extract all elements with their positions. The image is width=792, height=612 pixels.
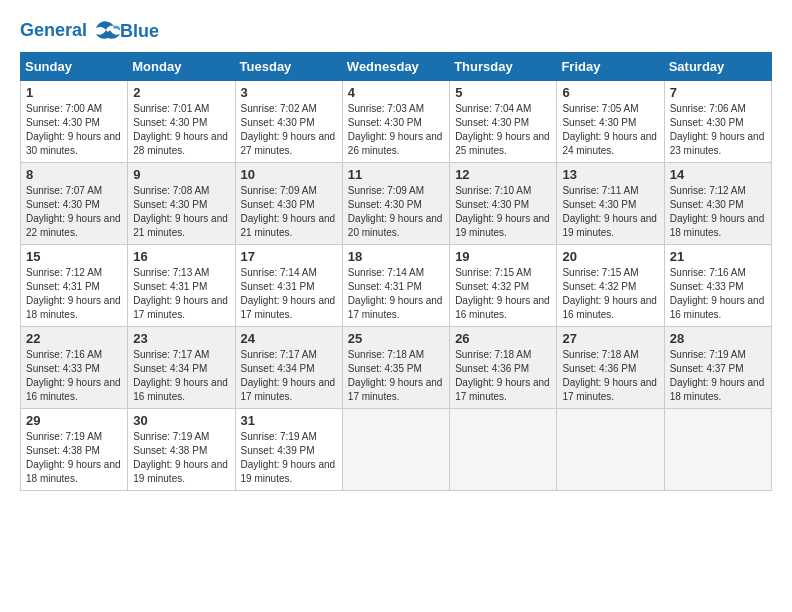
day-of-week-header: Tuesday (235, 53, 342, 81)
calendar-day-cell: 30Sunrise: 7:19 AMSunset: 4:38 PMDayligh… (128, 409, 235, 491)
day-info: Sunrise: 7:02 AMSunset: 4:30 PMDaylight:… (241, 102, 337, 158)
day-info: Sunrise: 7:14 AMSunset: 4:31 PMDaylight:… (241, 266, 337, 322)
day-number: 18 (348, 249, 444, 264)
day-number: 14 (670, 167, 766, 182)
day-info: Sunrise: 7:03 AMSunset: 4:30 PMDaylight:… (348, 102, 444, 158)
day-info: Sunrise: 7:12 AMSunset: 4:31 PMDaylight:… (26, 266, 122, 322)
day-info: Sunrise: 7:09 AMSunset: 4:30 PMDaylight:… (241, 184, 337, 240)
day-of-week-header: Saturday (664, 53, 771, 81)
calendar-day-cell: 26Sunrise: 7:18 AMSunset: 4:36 PMDayligh… (450, 327, 557, 409)
logo: General Blue (20, 20, 159, 42)
day-info: Sunrise: 7:16 AMSunset: 4:33 PMDaylight:… (26, 348, 122, 404)
day-number: 10 (241, 167, 337, 182)
day-of-week-header: Thursday (450, 53, 557, 81)
day-of-week-header: Monday (128, 53, 235, 81)
calendar-day-cell: 19Sunrise: 7:15 AMSunset: 4:32 PMDayligh… (450, 245, 557, 327)
calendar-day-cell: 1Sunrise: 7:00 AMSunset: 4:30 PMDaylight… (21, 81, 128, 163)
day-of-week-header: Wednesday (342, 53, 449, 81)
calendar-day-cell: 11Sunrise: 7:09 AMSunset: 4:30 PMDayligh… (342, 163, 449, 245)
calendar-header-row: SundayMondayTuesdayWednesdayThursdayFrid… (21, 53, 772, 81)
calendar-day-cell: 24Sunrise: 7:17 AMSunset: 4:34 PMDayligh… (235, 327, 342, 409)
day-info: Sunrise: 7:19 AMSunset: 4:39 PMDaylight:… (241, 430, 337, 486)
calendar-table: SundayMondayTuesdayWednesdayThursdayFrid… (20, 52, 772, 491)
day-info: Sunrise: 7:11 AMSunset: 4:30 PMDaylight:… (562, 184, 658, 240)
day-info: Sunrise: 7:19 AMSunset: 4:38 PMDaylight:… (133, 430, 229, 486)
calendar-day-cell: 3Sunrise: 7:02 AMSunset: 4:30 PMDaylight… (235, 81, 342, 163)
day-number: 20 (562, 249, 658, 264)
day-info: Sunrise: 7:17 AMSunset: 4:34 PMDaylight:… (133, 348, 229, 404)
day-number: 3 (241, 85, 337, 100)
calendar-day-cell: 27Sunrise: 7:18 AMSunset: 4:36 PMDayligh… (557, 327, 664, 409)
calendar-week-row: 15Sunrise: 7:12 AMSunset: 4:31 PMDayligh… (21, 245, 772, 327)
calendar-day-cell: 18Sunrise: 7:14 AMSunset: 4:31 PMDayligh… (342, 245, 449, 327)
day-number: 15 (26, 249, 122, 264)
day-info: Sunrise: 7:07 AMSunset: 4:30 PMDaylight:… (26, 184, 122, 240)
calendar-day-cell: 28Sunrise: 7:19 AMSunset: 4:37 PMDayligh… (664, 327, 771, 409)
day-info: Sunrise: 7:16 AMSunset: 4:33 PMDaylight:… (670, 266, 766, 322)
day-number: 13 (562, 167, 658, 182)
day-info: Sunrise: 7:15 AMSunset: 4:32 PMDaylight:… (562, 266, 658, 322)
calendar-week-row: 22Sunrise: 7:16 AMSunset: 4:33 PMDayligh… (21, 327, 772, 409)
day-number: 28 (670, 331, 766, 346)
day-number: 16 (133, 249, 229, 264)
day-number: 19 (455, 249, 551, 264)
day-info: Sunrise: 7:14 AMSunset: 4:31 PMDaylight:… (348, 266, 444, 322)
day-info: Sunrise: 7:04 AMSunset: 4:30 PMDaylight:… (455, 102, 551, 158)
day-info: Sunrise: 7:10 AMSunset: 4:30 PMDaylight:… (455, 184, 551, 240)
calendar-day-cell: 17Sunrise: 7:14 AMSunset: 4:31 PMDayligh… (235, 245, 342, 327)
day-info: Sunrise: 7:13 AMSunset: 4:31 PMDaylight:… (133, 266, 229, 322)
day-info: Sunrise: 7:15 AMSunset: 4:32 PMDaylight:… (455, 266, 551, 322)
day-info: Sunrise: 7:19 AMSunset: 4:38 PMDaylight:… (26, 430, 122, 486)
day-of-week-header: Sunday (21, 53, 128, 81)
day-number: 5 (455, 85, 551, 100)
day-info: Sunrise: 7:09 AMSunset: 4:30 PMDaylight:… (348, 184, 444, 240)
day-info: Sunrise: 7:05 AMSunset: 4:30 PMDaylight:… (562, 102, 658, 158)
logo-text-blue: Blue (120, 21, 159, 42)
day-info: Sunrise: 7:06 AMSunset: 4:30 PMDaylight:… (670, 102, 766, 158)
calendar-day-cell: 14Sunrise: 7:12 AMSunset: 4:30 PMDayligh… (664, 163, 771, 245)
day-number: 9 (133, 167, 229, 182)
day-number: 2 (133, 85, 229, 100)
calendar-day-cell: 9Sunrise: 7:08 AMSunset: 4:30 PMDaylight… (128, 163, 235, 245)
calendar-day-cell (664, 409, 771, 491)
day-number: 11 (348, 167, 444, 182)
day-number: 12 (455, 167, 551, 182)
day-info: Sunrise: 7:12 AMSunset: 4:30 PMDaylight:… (670, 184, 766, 240)
day-number: 31 (241, 413, 337, 428)
day-number: 25 (348, 331, 444, 346)
day-info: Sunrise: 7:19 AMSunset: 4:37 PMDaylight:… (670, 348, 766, 404)
day-info: Sunrise: 7:17 AMSunset: 4:34 PMDaylight:… (241, 348, 337, 404)
calendar-week-row: 8Sunrise: 7:07 AMSunset: 4:30 PMDaylight… (21, 163, 772, 245)
day-number: 22 (26, 331, 122, 346)
calendar-day-cell: 8Sunrise: 7:07 AMSunset: 4:30 PMDaylight… (21, 163, 128, 245)
day-info: Sunrise: 7:01 AMSunset: 4:30 PMDaylight:… (133, 102, 229, 158)
calendar-day-cell: 15Sunrise: 7:12 AMSunset: 4:31 PMDayligh… (21, 245, 128, 327)
calendar-day-cell (557, 409, 664, 491)
day-number: 21 (670, 249, 766, 264)
calendar-day-cell: 20Sunrise: 7:15 AMSunset: 4:32 PMDayligh… (557, 245, 664, 327)
calendar-day-cell: 2Sunrise: 7:01 AMSunset: 4:30 PMDaylight… (128, 81, 235, 163)
day-number: 17 (241, 249, 337, 264)
calendar-day-cell: 4Sunrise: 7:03 AMSunset: 4:30 PMDaylight… (342, 81, 449, 163)
day-number: 6 (562, 85, 658, 100)
calendar-day-cell (450, 409, 557, 491)
day-number: 23 (133, 331, 229, 346)
day-number: 1 (26, 85, 122, 100)
day-info: Sunrise: 7:18 AMSunset: 4:36 PMDaylight:… (455, 348, 551, 404)
calendar-week-row: 29Sunrise: 7:19 AMSunset: 4:38 PMDayligh… (21, 409, 772, 491)
calendar-day-cell: 29Sunrise: 7:19 AMSunset: 4:38 PMDayligh… (21, 409, 128, 491)
page-header: General Blue (20, 20, 772, 42)
calendar-day-cell: 10Sunrise: 7:09 AMSunset: 4:30 PMDayligh… (235, 163, 342, 245)
day-info: Sunrise: 7:00 AMSunset: 4:30 PMDaylight:… (26, 102, 122, 158)
day-info: Sunrise: 7:18 AMSunset: 4:35 PMDaylight:… (348, 348, 444, 404)
calendar-day-cell (342, 409, 449, 491)
day-number: 26 (455, 331, 551, 346)
day-number: 27 (562, 331, 658, 346)
day-info: Sunrise: 7:08 AMSunset: 4:30 PMDaylight:… (133, 184, 229, 240)
calendar-day-cell: 6Sunrise: 7:05 AMSunset: 4:30 PMDaylight… (557, 81, 664, 163)
calendar-day-cell: 16Sunrise: 7:13 AMSunset: 4:31 PMDayligh… (128, 245, 235, 327)
day-number: 30 (133, 413, 229, 428)
calendar-day-cell: 12Sunrise: 7:10 AMSunset: 4:30 PMDayligh… (450, 163, 557, 245)
day-number: 4 (348, 85, 444, 100)
day-number: 7 (670, 85, 766, 100)
